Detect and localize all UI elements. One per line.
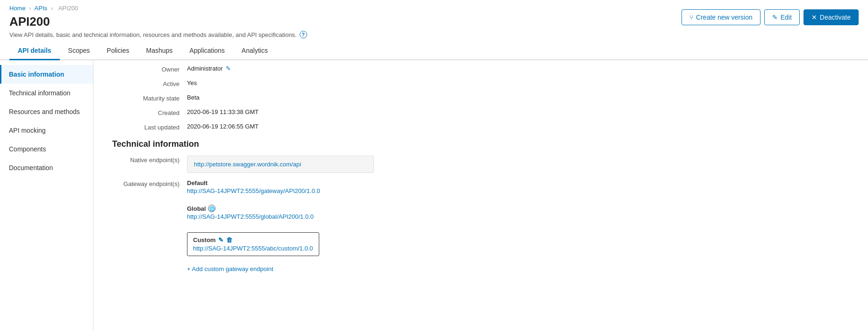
edit-icon: ✎ (772, 14, 778, 21)
edit-button[interactable]: ✎ Edit (764, 9, 800, 25)
custom-delete-icon[interactable]: 🗑 (226, 236, 232, 243)
native-endpoints-label: Native endpoint(s) (112, 156, 187, 164)
title-area: Home › APIs › API200 API200 View API det… (9, 5, 307, 38)
sidebar: Basic information Technical information … (0, 60, 93, 331)
last-updated-label: Last updated (112, 123, 187, 131)
tab-policies[interactable]: Policies (98, 42, 137, 60)
tab-analytics[interactable]: Analytics (233, 42, 276, 60)
add-custom-endpoint-link[interactable]: + Add custom gateway endpoint (187, 265, 273, 272)
breadcrumb: Home › APIs › API200 (9, 5, 307, 12)
active-label: Active (112, 79, 187, 87)
fork-icon: ⑂ (689, 14, 693, 21)
owner-label: Owner (112, 65, 187, 73)
owner-row: Owner Administrator ✎ (112, 65, 849, 73)
owner-edit-icon[interactable]: ✎ (226, 65, 231, 72)
native-endpoints-row: Native endpoint(s) http://petstore.swagg… (112, 156, 849, 173)
global-gateway-label: Global 🌐 (187, 205, 314, 212)
tab-mashups[interactable]: Mashups (138, 42, 181, 60)
breadcrumb-apis[interactable]: APIs (35, 5, 47, 12)
active-row: Active Yes (112, 79, 849, 87)
deactivate-icon: ✕ (811, 14, 817, 21)
sidebar-item-basic-information[interactable]: Basic information (0, 65, 93, 84)
help-icon[interactable]: ? (300, 31, 307, 38)
tabs-bar: API details Scopes Policies Mashups Appl… (0, 42, 868, 60)
maturity-value: Beta (187, 94, 200, 101)
gateway-endpoints-value: Default http://SAG-14JPWT2:5555/gateway/… (187, 179, 320, 272)
sidebar-item-api-mocking[interactable]: API mocking (0, 121, 93, 140)
tab-api-details[interactable]: API details (9, 42, 60, 60)
tab-scopes[interactable]: Scopes (60, 42, 99, 60)
main-layout: Basic information Technical information … (0, 60, 868, 331)
technical-info-heading: Technical information (112, 139, 849, 149)
sidebar-item-documentation[interactable]: Documentation (0, 158, 93, 177)
breadcrumb-current: API200 (58, 5, 79, 12)
maturity-label: Maturity state (112, 94, 187, 102)
default-gateway-label: Default (187, 179, 320, 186)
created-label: Created (112, 108, 187, 116)
default-gateway-block: Default http://SAG-14JPWT2:5555/gateway/… (187, 179, 320, 194)
sidebar-item-resources-and-methods[interactable]: Resources and methods (0, 102, 93, 121)
header-actions: ⑂ Create new version ✎ Edit ✕ Deactivate (681, 9, 859, 25)
global-gateway-block: Global 🌐 http://SAG-14JPWT2:5555/global/… (187, 205, 314, 220)
maturity-row: Maturity state Beta (112, 94, 849, 102)
page-subtitle: View API details, basic and technical in… (9, 31, 307, 38)
native-endpoint-box: http://petstore.swagger.wordnik.com/api (187, 156, 374, 173)
global-gateway-url: http://SAG-14JPWT2:5555/global/API200/1.… (187, 213, 314, 220)
tab-applications[interactable]: Applications (181, 42, 233, 60)
custom-gateway-block: Custom ✎ 🗑 http://SAG-14JPWT2:5555/abc/c… (187, 232, 319, 256)
breadcrumb-home[interactable]: Home (9, 5, 26, 12)
create-new-version-button[interactable]: ⑂ Create new version (681, 9, 760, 25)
deactivate-button[interactable]: ✕ Deactivate (803, 9, 859, 25)
sidebar-item-components[interactable]: Components (0, 140, 93, 158)
owner-value: Administrator ✎ (187, 65, 231, 72)
gateway-endpoints-label: Gateway endpoint(s) (112, 179, 187, 187)
custom-edit-icon[interactable]: ✎ (218, 236, 223, 243)
last-updated-value: 2020-06-19 12:06:55 GMT (187, 123, 258, 130)
last-updated-row: Last updated 2020-06-19 12:06:55 GMT (112, 123, 849, 131)
sidebar-item-technical-information[interactable]: Technical information (0, 84, 93, 102)
native-endpoint-value: http://petstore.swagger.wordnik.com/api (187, 156, 374, 173)
gateway-endpoints-row: Gateway endpoint(s) Default http://SAG-1… (112, 179, 849, 272)
page-title: API200 (9, 14, 307, 29)
default-gateway-url: http://SAG-14JPWT2:5555/gateway/API200/1… (187, 187, 320, 194)
top-header: Home › APIs › API200 API200 View API det… (0, 0, 868, 38)
created-row: Created 2020-06-19 11:33:38 GMT (112, 108, 849, 116)
custom-gateway-url: http://SAG-14JPWT2:5555/abc/custom/1.0.0 (193, 245, 313, 252)
globe-icon: 🌐 (208, 205, 215, 212)
content-area: Owner Administrator ✎ Active Yes Maturit… (93, 60, 868, 331)
active-value: Yes (187, 79, 197, 86)
custom-gateway-label: Custom ✎ 🗑 (193, 236, 313, 243)
created-value: 2020-06-19 11:33:38 GMT (187, 108, 258, 115)
